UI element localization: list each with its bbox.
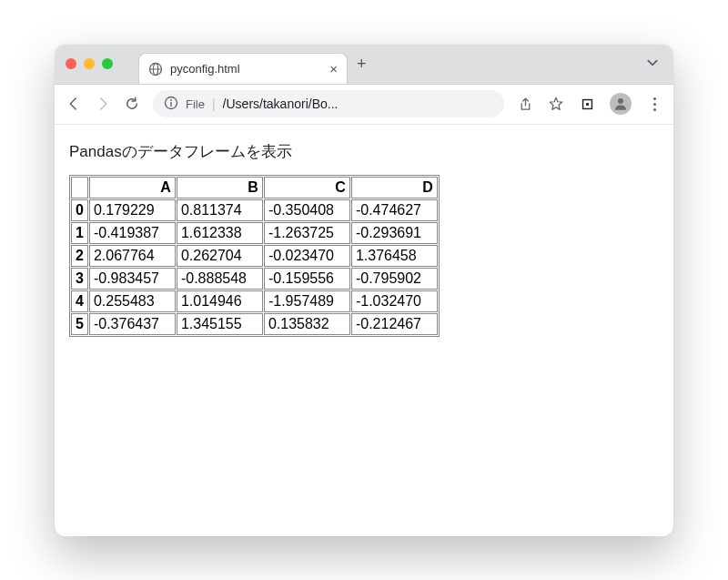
- cell: -0.212467: [351, 313, 438, 335]
- svg-rect-5: [170, 102, 171, 107]
- new-tab-button[interactable]: +: [357, 55, 367, 74]
- page-content: Pandasのデータフレームを表示 A B C D 0 0.179229 0.8…: [55, 125, 673, 536]
- url-path: /Users/takanori/Bo...: [223, 97, 493, 111]
- titlebar: pyconfig.html × +: [55, 45, 673, 85]
- page-title: Pandasのデータフレームを表示: [69, 141, 659, 162]
- cell: 0.255483: [89, 290, 176, 312]
- cell: -1.032470: [351, 290, 438, 312]
- row-index: 3: [71, 268, 88, 290]
- cell: 1.612338: [177, 222, 263, 244]
- close-icon[interactable]: [66, 58, 76, 69]
- url-scheme: File: [186, 97, 205, 111]
- table-row: 1 -0.419387 1.612338 -1.263725 -0.293691: [71, 222, 438, 244]
- forward-button[interactable]: [95, 96, 111, 112]
- tab-title: pyconfig.html: [170, 62, 322, 76]
- cell: -0.474627: [351, 199, 438, 221]
- browser-tab[interactable]: pyconfig.html ×: [138, 53, 348, 84]
- row-index: 0: [71, 199, 88, 221]
- cell: -0.419387: [89, 222, 176, 244]
- menu-icon[interactable]: [646, 96, 662, 112]
- svg-point-8: [618, 98, 623, 104]
- cell: -0.888548: [177, 268, 263, 290]
- svg-point-4: [170, 99, 172, 101]
- row-index: 2: [71, 245, 88, 267]
- cell: 1.345155: [177, 313, 263, 335]
- row-index: 4: [71, 290, 88, 312]
- cell: -0.376437: [89, 313, 176, 335]
- avatar-icon[interactable]: [610, 93, 632, 115]
- table-row: 3 -0.983457 -0.888548 -0.159556 -0.79590…: [71, 268, 438, 290]
- cell: 1.376458: [351, 245, 438, 267]
- divider: |: [212, 97, 216, 111]
- svg-rect-7: [586, 103, 589, 106]
- col-header: A: [89, 177, 176, 198]
- back-button[interactable]: [66, 96, 82, 112]
- cell: 0.811374: [177, 199, 263, 221]
- cell: -0.795902: [351, 268, 438, 290]
- cell: -0.159556: [264, 268, 350, 290]
- toolbar-right: [517, 93, 662, 115]
- browser-window: pyconfig.html × + File | /Users/takanori…: [55, 45, 673, 536]
- toolbar: File | /Users/takanori/Bo...: [55, 85, 673, 125]
- cell: 0.135832: [264, 313, 350, 335]
- row-index: 5: [71, 313, 88, 335]
- window-controls: [66, 58, 113, 69]
- cell: -1.263725: [264, 222, 350, 244]
- bookmark-icon[interactable]: [548, 96, 564, 112]
- table-row: 4 0.255483 1.014946 -1.957489 -1.032470: [71, 290, 438, 312]
- row-index: 1: [71, 222, 88, 244]
- reload-button[interactable]: [124, 96, 140, 112]
- cell: -0.983457: [89, 268, 176, 290]
- chevron-down-icon[interactable]: [642, 56, 662, 72]
- cell: 0.262704: [177, 245, 263, 267]
- maximize-icon[interactable]: [102, 58, 113, 69]
- cell: 0.179229: [89, 199, 176, 221]
- share-icon[interactable]: [517, 96, 533, 112]
- cell: -0.023470: [264, 245, 350, 267]
- cell: -0.350408: [264, 199, 350, 221]
- col-header: C: [264, 177, 350, 198]
- cell: -0.293691: [351, 222, 438, 244]
- minimize-icon[interactable]: [84, 58, 95, 69]
- table-row: 2 2.067764 0.262704 -0.023470 1.376458: [71, 245, 438, 267]
- col-header: B: [177, 177, 263, 198]
- close-tab-icon[interactable]: ×: [329, 61, 338, 76]
- dataframe-table: A B C D 0 0.179229 0.811374 -0.350408 -0…: [69, 175, 440, 337]
- info-icon[interactable]: [164, 96, 178, 113]
- cell: 2.067764: [89, 245, 176, 267]
- cell: 1.014946: [177, 290, 263, 312]
- table-row: 5 -0.376437 1.345155 0.135832 -0.212467: [71, 313, 438, 335]
- table-row: 0 0.179229 0.811374 -0.350408 -0.474627: [71, 199, 438, 221]
- table-corner: [71, 177, 88, 198]
- col-header: D: [351, 177, 438, 198]
- globe-icon: [148, 62, 163, 76]
- extensions-icon[interactable]: [579, 96, 595, 112]
- cell: -1.957489: [264, 290, 350, 312]
- address-bar[interactable]: File | /Users/takanori/Bo...: [153, 90, 504, 117]
